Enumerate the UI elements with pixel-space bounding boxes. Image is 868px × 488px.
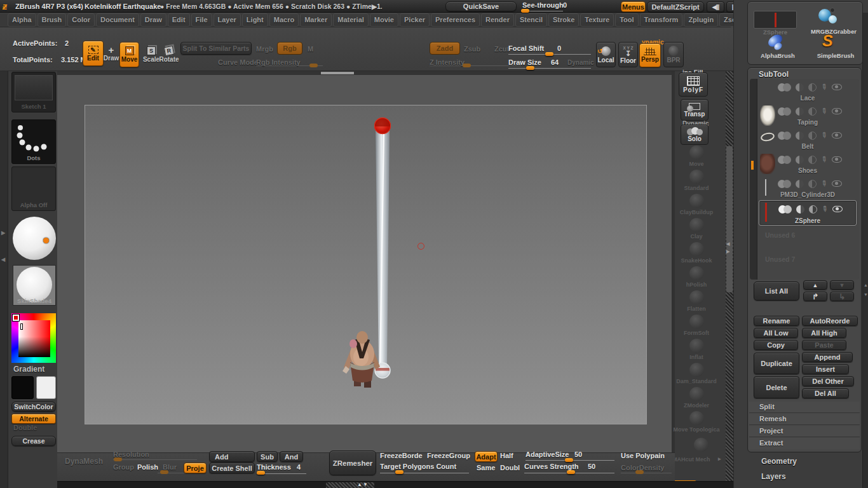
subtool-move-up-redo-button[interactable] [803,292,827,301]
draw-size-knob[interactable] [526,66,534,70]
panel-scroll-up-icon[interactable]: ▲ [864,283,868,287]
color-density-knob[interactable] [635,470,644,474]
polypaint-toggle-icon[interactable] [778,83,791,92]
use-polypaint-toggle[interactable]: Use Polypain [621,452,665,459]
solo-visibility-icon[interactable] [809,205,817,214]
shelf-scroll-arrow-left-icon[interactable]: ◀ [726,241,729,247]
subtool-unused-7[interactable]: Unused 7 [765,255,795,263]
same-toggle[interactable]: Same [477,464,495,471]
polypaint-toggle-icon[interactable] [778,180,791,188]
delete-button[interactable]: Delete [754,376,799,398]
sculpt-brush-icon[interactable]: ✎ [820,203,831,214]
menu-item[interactable]: Light [242,13,268,27]
default-zscript-button[interactable]: DefaultZScript [647,1,704,12]
subtool-list-scrollbar[interactable] [750,79,757,280]
half-visibility-icon[interactable] [796,205,804,214]
shelf-more-arrow-icon[interactable]: ▸ [718,456,721,462]
rgb-button[interactable]: Rgb [277,42,302,55]
section-extract[interactable]: Extract [749,438,860,449]
all-low-button[interactable]: All Low [754,328,798,338]
quicksave-button[interactable]: QuickSave [445,1,517,11]
see-through-knob[interactable] [521,9,529,13]
subtool-row-zsphere-selected[interactable]: ✎ ZSphere [759,200,857,226]
target-polygons-knob[interactable] [395,470,403,474]
tool-alphabrush-icon[interactable] [766,34,785,51]
polypaint-toggle-icon[interactable] [778,132,791,140]
menu-item[interactable]: Stroke [548,13,579,27]
subtool-header[interactable]: SubTool [759,70,789,79]
zcut-button[interactable]: Zcut [494,45,509,53]
persp-button[interactable]: Persp [639,43,661,67]
del-all-button[interactable]: Del All [802,388,849,398]
sculpt-brush-icon[interactable]: ✎ [819,105,830,116]
append-button[interactable]: Append [802,352,853,362]
eye-visibility-icon[interactable] [832,108,842,114]
create-shell-button[interactable]: Create Shell [209,463,255,473]
doubl-toggle[interactable]: Doubl [500,464,520,471]
paste-button[interactable]: Paste [802,340,846,350]
crease-button[interactable]: Crease [11,436,56,446]
solo-visibility-icon[interactable] [808,83,817,92]
half-visibility-icon[interactable] [796,107,804,116]
shelf-scrollbar[interactable]: ◀ ▶ [726,71,733,488]
target-polygons-slider[interactable]: Target Polygons Count [380,462,470,475]
thickness-slider[interactable]: Thickness 4 [257,463,308,475]
solo-visibility-icon[interactable] [808,180,817,188]
sculpt-brush-icon[interactable]: ✎ [819,154,830,165]
freeze-groups-toggle[interactable]: FreezeGroup [427,452,470,459]
gradient-label[interactable]: Gradient [13,365,44,374]
bottom-divider-handle[interactable] [357,482,369,487]
color-sphere-picker[interactable] [13,217,56,260]
subtool-row-taping[interactable]: ✎ Taping [759,104,857,128]
transp-button[interactable]: Transp [681,99,709,121]
half-toggle[interactable]: Half [500,452,513,459]
split-to-similar-parts-button[interactable]: Split To Similar Parts [180,42,252,55]
section-remesh[interactable]: Remesh [749,414,860,425]
z-intensity-knob[interactable] [463,64,471,67]
shelf-brush-mahcut[interactable]: MAHcut Mech ▸ [670,437,723,461]
duplicate-button[interactable]: Duplicate [754,353,799,374]
draw-button[interactable]: + Draw [102,41,121,66]
rotate-button[interactable]: R Rotate [158,42,180,67]
tool-simplebrush-icon[interactable]: S [822,32,833,50]
curves-strength-knob[interactable] [567,470,575,474]
and-button[interactable]: And [280,451,303,462]
solo-visibility-icon[interactable] [808,156,817,164]
scrub-left-button[interactable] [707,1,724,12]
menu-item[interactable]: Layer [214,13,241,27]
shelf-brush[interactable]: ClayBuildup [670,193,723,217]
menu-item[interactable]: Edit [168,13,190,27]
shelf-brush[interactable]: SnakeHook [670,241,723,266]
half-visibility-icon[interactable] [796,180,804,188]
eye-visibility-icon[interactable] [832,156,842,163]
blur-knob[interactable] [160,470,168,474]
menu-item[interactable]: Color [67,13,95,27]
shelf-brush[interactable]: Standard [670,169,723,193]
sculpt-brush-icon[interactable]: ✎ [819,178,830,189]
menu-item[interactable]: Movie [370,13,398,27]
shelf-scroll-thumb[interactable] [726,146,733,292]
local-button[interactable]: ↺ Local [596,42,616,67]
menu-item[interactable]: Draw [140,13,166,27]
list-all-button[interactable]: List All [754,281,799,301]
eye-visibility-icon[interactable] [832,84,842,90]
alternate-button[interactable]: Alternate [11,414,56,424]
see-through-slider[interactable]: See-through 0 [521,1,566,12]
switchcolor-button[interactable]: SwitchColor [11,402,56,412]
add-button[interactable]: Add [209,451,255,462]
menu-item[interactable]: Preferences [431,13,480,27]
solo-visibility-icon[interactable] [808,107,817,116]
bpr-button[interactable]: BPR [663,42,684,67]
eye-visibility-icon[interactable] [832,180,842,187]
eye-visibility-icon[interactable] [832,206,843,212]
menu-item[interactable]: Render [481,13,514,27]
insert-button[interactable]: Insert [802,364,849,374]
character-model[interactable] [340,330,384,391]
autoreorder-button[interactable]: AutoReorde [802,316,858,326]
tool-grabber-icon[interactable] [817,8,837,27]
shelf-brush[interactable]: Move Topologica [670,410,723,435]
subtool-row-cylinder[interactable]: ✎ PM3D_Cylinder3D [759,177,857,201]
menu-item[interactable]: Alpha [8,13,36,27]
menus-toggle-button[interactable]: Menus [621,1,646,12]
half-visibility-icon[interactable] [796,156,804,164]
